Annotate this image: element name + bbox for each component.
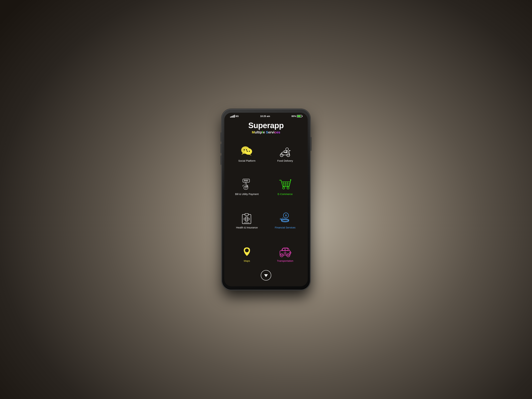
svg-point-27	[290, 179, 291, 180]
subtitle-ervi: ervi	[268, 130, 274, 134]
battery-percent: 80%	[291, 115, 296, 117]
svg-rect-49	[285, 248, 288, 250]
network-type: 6G	[236, 115, 239, 117]
service-item-ecommerce[interactable]: E-Commerce	[267, 172, 303, 202]
battery-fill	[297, 115, 301, 117]
subtitle-m: M	[252, 130, 255, 134]
maps-icon	[239, 245, 254, 258]
svg-point-7	[249, 151, 250, 152]
service-item-bill[interactable]: PAY Bill & Utility Payment	[229, 172, 265, 202]
svg-rect-32	[244, 218, 249, 220]
svg-rect-13	[284, 151, 286, 153]
svg-point-25	[287, 187, 289, 189]
phone-screen: 6G 10:25 am 80% Superapp Multiple Servic…	[224, 113, 308, 286]
social-label: Social Platform	[238, 159, 255, 163]
home-indicator[interactable]	[261, 270, 271, 281]
cart-icon	[278, 178, 293, 191]
svg-line-11	[289, 150, 291, 151]
service-item-food[interactable]: Food Delivery	[267, 139, 303, 169]
svg-point-24	[283, 187, 285, 189]
service-grid: Social Platform	[229, 139, 303, 269]
app-title: Superapp	[248, 121, 284, 130]
transport-icon	[278, 245, 293, 258]
health-icon	[239, 212, 254, 225]
subtitle-space	[265, 130, 266, 134]
svg-rect-30	[245, 214, 248, 215]
svg-point-6	[247, 151, 248, 152]
svg-rect-28	[242, 215, 251, 224]
subtitle-l: l	[262, 130, 263, 134]
phone-device: 6G 10:25 am 80% Superapp Multiple Servic…	[222, 109, 310, 290]
maps-label: Maps	[244, 259, 250, 263]
ecommerce-label: E-Commerce	[278, 193, 293, 196]
status-bar: 6G 10:25 am 80%	[224, 113, 308, 118]
pay-icon: PAY	[239, 178, 254, 191]
service-item-maps[interactable]: Maps	[229, 239, 265, 269]
app-subtitle: Multiple Services	[252, 130, 280, 134]
service-item-health[interactable]: Health & Insurance	[229, 206, 265, 236]
svg-line-21	[287, 182, 288, 187]
health-label: Health & Insurance	[236, 226, 258, 229]
service-item-transport[interactable]: Transportation	[267, 239, 303, 269]
svg-point-9	[280, 154, 283, 157]
svg-point-4	[244, 149, 245, 150]
svg-line-19	[283, 182, 284, 187]
food-label: Food Delivery	[277, 159, 293, 163]
svg-point-43	[245, 249, 249, 252]
app-content: Superapp Multiple Services	[224, 118, 308, 286]
transport-label: Transportation	[277, 259, 293, 263]
battery-container: 80%	[291, 115, 302, 117]
battery-icon	[297, 115, 302, 117]
food-icon	[278, 145, 293, 158]
subtitle-ultip: ultip	[255, 130, 262, 134]
signal-icon	[230, 115, 235, 117]
subtitle-es: es	[276, 130, 280, 134]
svg-point-5	[246, 149, 247, 150]
svg-rect-18	[245, 183, 247, 188]
svg-marker-1	[241, 153, 245, 155]
svg-point-2	[245, 148, 252, 155]
subtitle-S: S	[266, 130, 268, 134]
finance-icon: $	[278, 212, 293, 225]
svg-point-8	[287, 154, 290, 157]
service-item-social[interactable]: Social Platform	[229, 139, 265, 169]
time-display: 10:25 am	[260, 115, 270, 117]
finance-label: Financial Services	[275, 226, 296, 229]
svg-rect-31	[246, 217, 248, 221]
bill-label: Bill & Utility Payment	[235, 193, 259, 196]
svg-line-20	[285, 182, 286, 187]
subtitle-c: c	[274, 130, 276, 134]
svg-text:PAY: PAY	[244, 179, 248, 182]
svg-point-12	[286, 148, 288, 151]
social-icon	[239, 145, 254, 158]
service-item-finance[interactable]: $	[267, 206, 303, 236]
svg-point-17	[244, 186, 248, 190]
home-arrow-icon	[264, 274, 268, 277]
svg-text:$: $	[285, 214, 287, 217]
subtitle-e1: e	[263, 130, 265, 134]
